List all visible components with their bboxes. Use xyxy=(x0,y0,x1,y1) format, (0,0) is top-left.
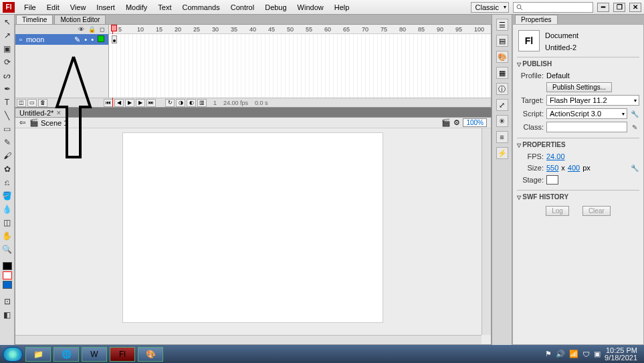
loop-button[interactable]: ↻ xyxy=(165,99,175,107)
menu-insert[interactable]: Insert xyxy=(91,3,120,11)
step-back-button[interactable]: ◀ xyxy=(114,99,124,107)
outline-icon[interactable]: ◻ xyxy=(100,26,104,33)
minimize-button[interactable]: ━ xyxy=(597,3,609,12)
log-button[interactable]: Log xyxy=(546,206,569,216)
target-select[interactable]: Flash Player 11.2 xyxy=(546,95,639,106)
actions-icon[interactable]: ⚡ xyxy=(496,147,508,159)
play-button[interactable]: ▶ xyxy=(125,99,134,107)
publish-settings-button[interactable]: Publish Settings... xyxy=(546,82,612,92)
stage-color-swatch[interactable] xyxy=(546,175,558,185)
eraser-tool[interactable]: ◫ xyxy=(1,217,13,229)
tray-network-icon[interactable]: 📶 xyxy=(569,350,578,358)
tab-properties[interactable]: Properties xyxy=(515,15,558,24)
menu-text[interactable]: Text xyxy=(152,3,177,11)
keyframe[interactable] xyxy=(112,35,117,43)
frames-area[interactable] xyxy=(109,34,491,98)
tray-volume-icon[interactable]: 🔊 xyxy=(556,350,565,358)
size-settings-icon[interactable]: 🔧 xyxy=(630,163,639,172)
bone-tool[interactable]: ⎌ xyxy=(1,176,13,189)
snap-toggle[interactable]: ⊡ xyxy=(1,295,13,308)
lock-icon[interactable]: 🔒 xyxy=(88,26,96,33)
timeline-ruler[interactable]: 5101520253035404550556065707580859095100 xyxy=(109,25,491,34)
menu-control[interactable]: Control xyxy=(225,3,259,11)
restore-button[interactable]: ❐ xyxy=(613,3,625,12)
class-input[interactable] xyxy=(546,122,627,132)
menu-debug[interactable]: Debug xyxy=(259,3,292,11)
zoom-input[interactable]: 100% xyxy=(463,118,487,127)
deco-tool[interactable]: ✿ xyxy=(1,163,13,175)
rectangle-tool[interactable]: ▭ xyxy=(1,123,13,135)
tray-shield-icon[interactable]: 🛡 xyxy=(582,350,590,358)
layer-row[interactable]: ▫ moon ✎ • • xyxy=(15,34,108,45)
goto-last-button[interactable]: ⏭ xyxy=(146,99,156,107)
stroke-color-swatch[interactable] xyxy=(3,262,12,270)
menu-help[interactable]: Help xyxy=(329,3,355,11)
layer-eye-dot[interactable]: • xyxy=(84,35,87,44)
menu-modify[interactable]: Modify xyxy=(120,3,152,11)
line-tool[interactable]: ╲ xyxy=(1,110,13,122)
hand-tool[interactable]: ✋ xyxy=(1,230,13,242)
taskbar-word[interactable]: W xyxy=(82,347,107,362)
eye-icon[interactable]: 👁 xyxy=(78,26,84,33)
menu-edit[interactable]: Edit xyxy=(41,3,65,11)
zoom-tool[interactable]: 🔍 xyxy=(1,243,13,255)
taskbar-explorer[interactable]: 📁 xyxy=(25,347,51,362)
close-tab-icon[interactable]: ✕ xyxy=(56,110,62,116)
menu-view[interactable]: View xyxy=(65,3,92,11)
delete-layer-button[interactable]: 🗑 xyxy=(38,99,47,107)
new-folder-button[interactable]: ▭ xyxy=(27,99,37,107)
fill-none-swatch[interactable] xyxy=(3,271,12,279)
goto-first-button[interactable]: ⏮ xyxy=(104,99,113,107)
3d-rotation-tool[interactable]: ⟳ xyxy=(1,56,13,68)
fill-color-swatch[interactable] xyxy=(3,281,12,289)
edit-multiple-button[interactable]: ▥ xyxy=(197,99,207,107)
menu-file[interactable]: File xyxy=(19,3,41,11)
components-icon[interactable]: ✳ xyxy=(496,115,508,127)
class-edit-icon[interactable]: ✎ xyxy=(630,122,639,132)
fps-value[interactable]: 24.00 xyxy=(546,152,565,160)
back-icon[interactable]: ⇦ xyxy=(19,118,25,127)
horizontal-scrollbar[interactable] xyxy=(15,335,481,344)
layer-outline-swatch[interactable] xyxy=(98,35,104,42)
height-value[interactable]: 400 xyxy=(568,164,580,172)
tab-timeline[interactable]: Timeline xyxy=(16,15,53,24)
swf-history-header[interactable]: SWF History xyxy=(517,192,639,203)
edit-scene-icon[interactable]: 🎬 xyxy=(441,118,451,127)
clear-button[interactable]: Clear xyxy=(582,206,611,216)
edit-symbols-icon[interactable]: ⚙ xyxy=(453,118,460,127)
brush-tool[interactable]: 🖌 xyxy=(1,150,13,162)
new-layer-button[interactable]: ◫ xyxy=(17,99,26,107)
free-transform-tool[interactable]: ▣ xyxy=(1,43,13,55)
options-toggle[interactable]: ◧ xyxy=(1,309,13,321)
taskbar-flash[interactable]: Fl xyxy=(110,347,135,362)
swatches-icon[interactable]: ▦ xyxy=(496,67,508,79)
paint-bucket-tool[interactable]: 🪣 xyxy=(1,190,13,202)
pen-tool[interactable]: ✒ xyxy=(1,83,13,95)
properties-icon[interactable]: ☰ xyxy=(496,19,508,31)
stage-canvas[interactable] xyxy=(122,132,383,323)
align-icon[interactable]: ≡ xyxy=(496,131,508,143)
start-button[interactable] xyxy=(3,347,23,362)
eyedropper-tool[interactable]: 💧 xyxy=(1,203,13,215)
info-icon[interactable]: ⓘ xyxy=(496,83,508,95)
taskbar-chrome[interactable]: 🌐 xyxy=(53,347,79,362)
menu-commands[interactable]: Commands xyxy=(177,3,225,11)
scene-name[interactable]: Scene 1 xyxy=(41,119,68,127)
script-settings-icon[interactable]: 🔧 xyxy=(630,109,639,118)
onion-outline-button[interactable]: ◐ xyxy=(187,99,196,107)
close-button[interactable]: ✕ xyxy=(629,3,641,12)
layer-lock-dot[interactable]: • xyxy=(91,35,94,44)
onion-skin-button[interactable]: ◑ xyxy=(176,99,185,107)
color-icon[interactable]: 🎨 xyxy=(496,51,508,63)
properties-section-header[interactable]: Properties xyxy=(517,140,639,151)
stage-area[interactable] xyxy=(15,128,491,344)
transform-icon[interactable]: ⤢ xyxy=(496,99,508,111)
script-select[interactable]: ActionScript 3.0 xyxy=(546,108,627,119)
workspace-selector[interactable]: Classic xyxy=(471,2,509,13)
vertical-scrollbar[interactable] xyxy=(481,128,491,335)
tab-motion-editor[interactable]: Motion Editor xyxy=(54,15,106,24)
publish-section-header[interactable]: Publish xyxy=(517,59,639,70)
document-tab[interactable]: Untitled-2* ✕ xyxy=(15,108,66,117)
search-input[interactable] xyxy=(513,2,593,13)
menu-window[interactable]: Window xyxy=(292,3,329,11)
